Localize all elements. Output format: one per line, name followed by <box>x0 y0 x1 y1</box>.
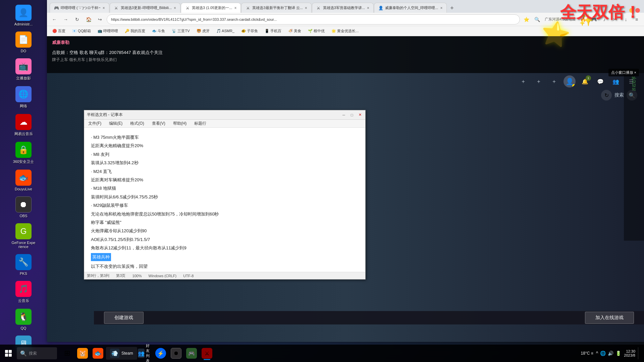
bookmark-mybai[interactable]: 🔑 我的百度 <box>122 28 148 34</box>
bookmark-zifeiy[interactable]: 🐠 子菲鱼 <box>238 28 261 34</box>
system-clock[interactable]: 12:30 2023/8 <box>624 349 635 357</box>
desktop-icon-network[interactable]: 🌐 网络 <box>10 85 37 110</box>
bookmark-huya[interactable]: 🐯 虎牙 <box>194 28 212 34</box>
doc-menu-file[interactable]: 文件(F) <box>87 120 103 127</box>
bookmark-meishi[interactable]: 🍜 美食 <box>285 28 304 34</box>
new-tab-button[interactable]: + <box>447 3 457 13</box>
browser-tab-2[interactable]: ⚔ 英雄选3更新-哔哩哔哩_Bilibili... × <box>110 3 180 13</box>
home-button[interactable]: 🏠 <box>84 15 93 24</box>
start-button[interactable] <box>0 345 17 362</box>
browser-tab-4[interactable]: ⚔ 英雄选3最新平衡补丁翻译 云... × <box>241 3 311 13</box>
desktop-icon-qq[interactable]: 🐧 QQ <box>10 307 37 331</box>
taskbar-uu[interactable]: ⚡ <box>153 346 168 361</box>
bookmark-baidu[interactable]: 🔴 百度 <box>50 28 68 34</box>
address-input[interactable] <box>107 14 520 24</box>
taskbar-heroes3[interactable]: ⚔ <box>200 346 214 361</box>
tab-6-close[interactable]: × <box>440 6 442 10</box>
taskbar-obs[interactable]: ⏺ <box>169 346 183 361</box>
notification-badge: 1 <box>586 75 591 81</box>
doc-close-btn[interactable]: ✕ <box>357 112 363 118</box>
steam-add-btn-1[interactable]: ＋ <box>517 75 529 87</box>
desktop-icon-pks[interactable]: 🔧 PKS <box>10 253 37 277</box>
doc-menu-view[interactable]: 查看(V) <box>151 120 167 127</box>
tab-4-close[interactable]: × <box>305 6 307 10</box>
desktop-icon-geforce[interactable]: G GeForce Experience <box>10 222 37 250</box>
bookmark-huangjin[interactable]: 🌟 黄金优选长... <box>329 28 361 34</box>
weather-widget[interactable]: 18°C ≡ <box>581 351 593 356</box>
forward-button[interactable]: → <box>61 15 70 24</box>
browser-tab-1[interactable]: 🎮 哔哩哔哩 ( '-' )つロ干杯~ × <box>50 3 109 13</box>
browser-tab-6[interactable]: 👤 威廉泰勒的个人空间_哔哩哔哩... × <box>374 3 447 13</box>
bookmark-gen[interactable]: 🌱 根中优 <box>305 28 327 34</box>
doc-content: · M3 75mm火炮半圆覆车 近距离火炮精确度提升20% · M8 友列 装填… <box>84 128 365 272</box>
tab-6-text: 威廉泰勒的个人空间_哔哩哔哩... <box>385 5 438 10</box>
doc-menu-edit[interactable]: 编辑(E) <box>108 120 124 127</box>
browser-tab-5[interactable]: ⚔ 英雄选3军营基础教学讲... × <box>312 3 374 13</box>
steam-avatar[interactable]: 👤 <box>564 75 576 87</box>
tray-net[interactable]: 🌐 <box>600 351 606 356</box>
nav-extra[interactable]: ↪ <box>95 15 105 24</box>
desktop-icon-360[interactable]: 🔒 360安全卫士 <box>10 140 37 166</box>
desktop-icon-obs[interactable]: ⏺ OBS <box>10 195 37 219</box>
show-desktop-button[interactable] <box>638 347 641 359</box>
heroes3-icon: ⚔ <box>202 348 212 359</box>
bookmark-qq-mail[interactable]: 📧 QQ邮箱 <box>69 28 94 34</box>
bottom-extra-bar: 创建游戏 加入在线游戏 <box>94 311 644 324</box>
taskbar-steam[interactable]: 💨 Steam <box>106 347 137 360</box>
bookmark-sanli[interactable]: 📡 三里TV <box>169 28 192 34</box>
svg-rect-0 <box>5 350 8 353</box>
desktop-icon-douyu[interactable]: 🐟 DouyuLive <box>10 168 37 192</box>
tab-1-close[interactable]: × <box>103 6 105 10</box>
steam-friends-btn[interactable]: 👥 <box>610 75 622 87</box>
create-game-button[interactable]: 创建游戏 <box>104 312 144 324</box>
doc-menu-help[interactable]: 帮助(H) <box>172 120 188 127</box>
desktop-icon-administrator[interactable]: 👤 Administr... <box>10 3 37 27</box>
steam-notification-btn[interactable]: 🔔 1 <box>579 75 591 87</box>
desktop-icon-bilibili-live[interactable]: 📺 立播放影 <box>10 57 37 82</box>
taskbar: 🔍 搜索 ⊞ 🐹 🐟 💨 Steam 👥 <box>0 345 644 362</box>
join-game-button[interactable]: 加入在线游戏 <box>585 312 634 324</box>
taskview-button[interactable]: ⊞ <box>60 346 74 361</box>
desktop-icon-doc[interactable]: 📄 DO <box>10 30 37 54</box>
back-button[interactable]: ← <box>50 15 59 24</box>
taskbar-friends[interactable]: 👥 好友列表 <box>138 346 153 361</box>
doc-menu-format[interactable]: 格式(O) <box>129 120 145 127</box>
desktop-icon-yunyin[interactable]: 🎵 云音乐 <box>10 280 37 305</box>
taskbar-sequoia[interactable]: 🎮 <box>184 346 199 361</box>
doc-menu-title-row[interactable]: 标题行 <box>193 120 208 127</box>
steam-chat-btn[interactable]: 💬 <box>594 75 606 87</box>
bookmark-bilibili[interactable]: 📺 哔哩哔哩 <box>95 28 121 34</box>
bookmark-douyu[interactable]: 🐟 斗鱼 <box>149 28 168 34</box>
tab-2-close[interactable]: × <box>174 6 176 10</box>
taskbar-search[interactable]: 🔍 搜索 <box>17 347 57 359</box>
tab-5-close[interactable]: × <box>367 6 369 10</box>
search-refresh-btn[interactable]: ↻ <box>601 90 612 101</box>
hamster-icon: 🐹 <box>77 348 88 359</box>
desktop: 全天双倍！ 👤 Administr... 📄 DO 📺 立播放影 🌐 网络 ☁ … <box>0 0 644 362</box>
steam-add-btn-2[interactable]: ＋ <box>533 75 545 87</box>
bookmark-button[interactable]: ⭐ <box>522 15 531 24</box>
doc-line-12: 火炮弹藏冷却从120减少到90 <box>91 227 359 235</box>
tray-arrow[interactable]: ^ <box>596 351 598 356</box>
search-button[interactable]: 🔍 <box>533 15 542 24</box>
bili-line2: 牌子上车 领长月车 | 新年快乐兄弟们 <box>47 56 644 63</box>
steam-add-btn-3[interactable]: ＋ <box>548 75 560 87</box>
reload-button[interactable]: ↻ <box>72 15 82 24</box>
taskbar-hamster[interactable]: 🐹 <box>75 346 90 361</box>
tab-3-close[interactable]: × <box>234 6 236 10</box>
doc-minimize-btn[interactable]: ─ <box>341 112 346 118</box>
tray-sound[interactable]: 🔊 <box>608 351 613 356</box>
desktop-icon-wangyi[interactable]: ☁ 网易云音乐 <box>10 113 37 138</box>
taskbar-apps: ⊞ 🐹 🐟 💨 Steam 👥 好友列表 ⚡ <box>60 346 214 361</box>
small-window-hint[interactable]: 点小窗口播放 × <box>608 69 639 76</box>
taskbar-right: 18°C ≡ ^ 🌐 🔊 🔋 12:30 2023/8 <box>581 347 644 359</box>
bookmark-asmr[interactable]: 🎵 ASMR_ <box>214 28 237 34</box>
bookmark-mobile[interactable]: 📱 手机百 <box>262 28 284 34</box>
doc-line-5: · M24 直飞 <box>91 168 359 175</box>
tab-1-favicon: 🎮 <box>54 6 59 10</box>
tray-battery[interactable]: 🔋 <box>615 351 621 356</box>
doc-maximize-btn[interactable]: □ <box>349 112 355 118</box>
browser-tab-3[interactable]: ⚔ 英雄选3 (1.05更新的一... × <box>181 3 241 13</box>
taskbar-douyu[interactable]: 🐟 <box>91 346 105 361</box>
doc-status-encoding: Windows (CRLF) <box>149 274 177 278</box>
